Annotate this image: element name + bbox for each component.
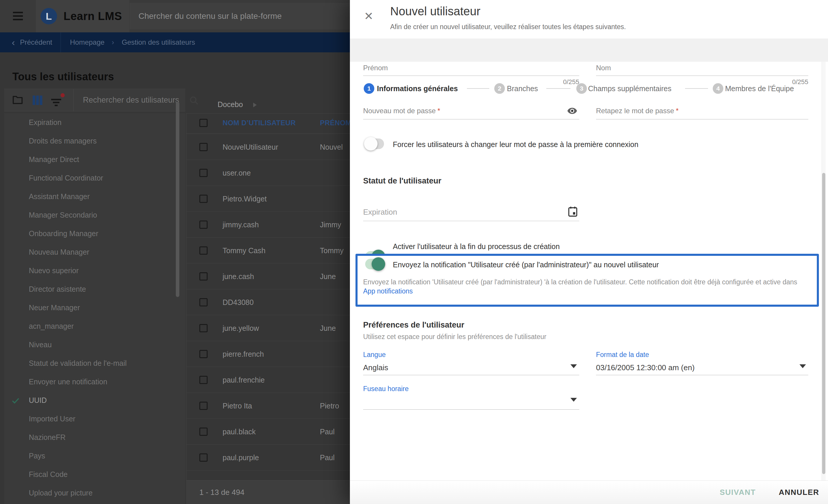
notification-help-text: Envoyez la notification 'Utilisateur cré… [363, 278, 806, 296]
close-icon[interactable]: ✕ [364, 11, 373, 22]
last-name-counter: 0/255 [596, 78, 808, 86]
expiration-placeholder: Expiration [363, 208, 579, 217]
last-name-field[interactable]: Nom 0/255 [596, 64, 808, 87]
language-select[interactable]: Langue Anglais [363, 351, 579, 374]
chevron-down-icon [571, 398, 577, 402]
notification-highlight-box: Envoyez la notification "Utilisateur cré… [356, 254, 819, 307]
preferences-hint: Utilisez cet espace pour définir les pré… [363, 333, 546, 341]
modal-backdrop[interactable] [0, 0, 350, 504]
send-notification-toggle[interactable] [365, 259, 384, 269]
chevron-down-icon [571, 364, 577, 368]
force-password-change-toggle[interactable] [365, 138, 384, 149]
screen: L Learn LMS Chercher du contenu sur la p… [0, 0, 828, 504]
send-notification-label: Envoyez la notification "Utilisateur cré… [393, 260, 659, 269]
date-format-select[interactable]: Format de la date 03/16/2005 12:30:00 am… [596, 351, 808, 374]
retype-password-label: Retapez le mot de passe* [596, 107, 808, 115]
cancel-button[interactable]: ANNULER [779, 488, 819, 497]
first-name-label: Prénom [363, 64, 579, 72]
date-format-value: 03/16/2005 12:30:00 am (en) [596, 363, 808, 372]
modal-footer: SUIVANT ANNULER [350, 480, 828, 504]
modal-subtitle: Afin de créer un nouvel utilisateur, veu… [390, 23, 626, 31]
modal-title: Nouvel utilisateur [390, 5, 481, 18]
timezone-select[interactable]: Fuseau horaire [363, 385, 579, 410]
next-button[interactable]: SUIVANT [720, 488, 756, 497]
calendar-icon[interactable] [568, 206, 578, 218]
last-name-label: Nom [596, 64, 808, 72]
force-password-change-label: Forcer les utilisateurs à changer leur m… [393, 140, 638, 149]
new-password-label: Nouveau mot de passe* [363, 107, 579, 115]
preferences-section-heading: Préférences de l'utilisateur [363, 321, 464, 330]
new-user-modal: ✕ Nouvel utilisateur Afin de créer un no… [350, 0, 828, 504]
language-value: Anglais [363, 363, 579, 372]
activate-user-label: Activer l'utilisateur à la fin du proces… [393, 242, 560, 251]
language-label: Langue [363, 351, 579, 359]
expiration-field[interactable]: Expiration [363, 208, 579, 222]
new-password-field[interactable]: Nouveau mot de passe* [363, 107, 579, 121]
show-password-eye-icon[interactable] [567, 106, 577, 116]
wizard-stepper: 1 Informations générales 2 Branches 3 Ch… [350, 39, 828, 62]
step-connector [685, 88, 708, 89]
modal-scrollbar[interactable] [822, 173, 825, 474]
step-connector [467, 88, 489, 89]
timezone-label: Fuseau horaire [363, 385, 579, 393]
app-notifications-link[interactable]: App notifications [363, 287, 413, 295]
status-section-heading: Statut de l'utilisateur [363, 176, 441, 185]
date-format-label: Format de la date [596, 351, 808, 359]
chevron-down-icon [799, 364, 806, 368]
first-name-counter: 0/255 [363, 78, 579, 86]
first-name-field[interactable]: Prénom 0/255 [363, 64, 579, 87]
step-connector [546, 88, 571, 89]
timezone-value [363, 397, 579, 407]
retype-password-field[interactable]: Retapez le mot de passe* [596, 107, 808, 121]
